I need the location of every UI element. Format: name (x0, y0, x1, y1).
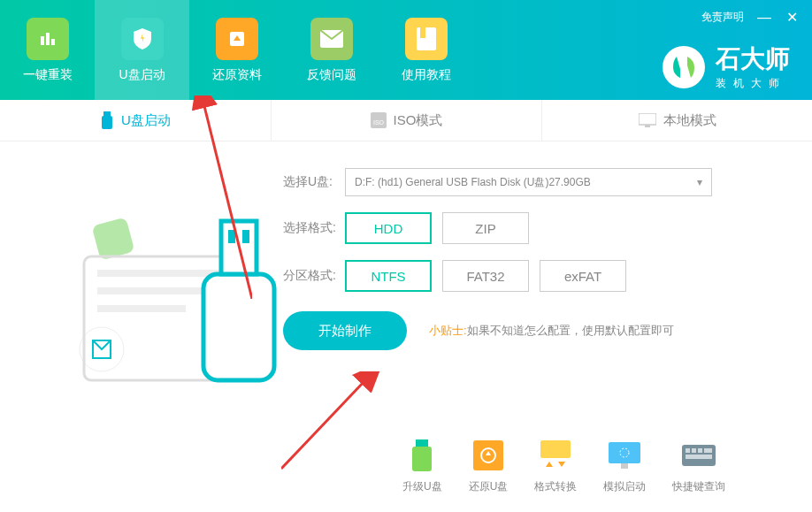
disclaimer-link[interactable]: 免责声明 (701, 10, 744, 25)
subnav-iso[interactable]: ISO ISO模式 (271, 100, 541, 141)
partition-option-exfat[interactable]: exFAT (540, 260, 626, 292)
tool-label: 还原U盘 (469, 479, 509, 494)
tool-format-convert[interactable]: 格式转换 (534, 439, 577, 494)
shield-icon (121, 18, 164, 60)
start-button[interactable]: 开始制作 (283, 311, 407, 350)
format-option-zip[interactable]: ZIP (442, 212, 529, 244)
tool-upgrade-usb[interactable]: 升级U盘 (402, 439, 442, 494)
usb-upgrade-icon (405, 439, 439, 472)
usb-select-label: 选择U盘: (283, 174, 345, 190)
svg-rect-8 (102, 116, 112, 129)
nav-reinstall[interactable]: 一键重装 (0, 0, 95, 100)
nav-label: 反馈问题 (307, 67, 356, 83)
logo-subtitle: 装机大师 (716, 76, 790, 91)
tool-label: 格式转换 (534, 479, 577, 494)
partition-option-fat32[interactable]: FAT32 (442, 260, 529, 292)
nav-tutorial[interactable]: 使用教程 (379, 0, 473, 100)
nav-usb-boot[interactable]: U盘启动 (95, 0, 189, 100)
nav-feedback[interactable]: 反馈问题 (284, 0, 379, 100)
nav-label: U盘启动 (119, 67, 165, 83)
tool-label: 快捷键查询 (672, 479, 725, 494)
svg-rect-12 (645, 125, 650, 127)
svg-rect-35 (704, 448, 712, 453)
format-option-hdd[interactable]: HDD (345, 212, 432, 244)
monitor-boot-icon (608, 439, 641, 472)
svg-text:ISO: ISO (373, 119, 385, 126)
logo-icon (663, 46, 705, 88)
usb-icon (100, 111, 114, 129)
svg-rect-0 (41, 36, 44, 45)
brand-logo: 石大师 装机大师 (663, 42, 790, 91)
svg-rect-34 (698, 448, 702, 453)
usb-select-dropdown[interactable]: D:F: (hd1) General USB Flash Disk (U盘)27… (345, 168, 712, 196)
svg-rect-30 (621, 463, 628, 469)
tip-text: 如果不知道怎么配置，使用默认配置即可 (467, 324, 674, 337)
svg-rect-19 (203, 274, 274, 380)
svg-rect-22 (242, 230, 249, 243)
upload-icon (216, 18, 258, 60)
svg-rect-7 (103, 111, 111, 116)
svg-rect-20 (221, 221, 257, 274)
svg-rect-5 (417, 27, 436, 50)
svg-rect-24 (412, 447, 432, 471)
svg-rect-23 (416, 439, 428, 447)
svg-rect-28 (609, 442, 640, 463)
svg-rect-18 (97, 305, 186, 312)
minimize-button[interactable]: — (757, 10, 771, 26)
tool-label: 升级U盘 (402, 479, 442, 494)
bar-chart-icon (27, 18, 69, 60)
svg-rect-14 (92, 218, 135, 261)
subnav-label: ISO模式 (394, 112, 443, 129)
tool-shortcut-query[interactable]: 快捷键查询 (672, 439, 725, 494)
keyboard-icon (682, 439, 716, 472)
svg-rect-11 (639, 113, 656, 125)
dropdown-value: D:F: (hd1) General USB Flash Disk (U盘)27… (355, 175, 591, 190)
nav-label: 还原资料 (212, 67, 262, 83)
svg-rect-36 (686, 455, 712, 459)
svg-rect-6 (420, 27, 425, 38)
nav-restore[interactable]: 还原资料 (189, 0, 284, 100)
partition-label: 分区格式: (283, 268, 345, 284)
svg-rect-32 (686, 448, 690, 453)
subnav-label: U盘启动 (121, 112, 171, 129)
iso-icon: ISO (371, 112, 387, 128)
book-icon (405, 18, 448, 60)
partition-option-ntfs[interactable]: NTFS (345, 260, 432, 292)
convert-icon (539, 439, 572, 472)
nav-label: 一键重装 (23, 67, 73, 83)
monitor-icon (639, 113, 656, 127)
subnav-local[interactable]: 本地模式 (541, 100, 812, 141)
svg-rect-1 (46, 33, 50, 45)
illustration (0, 168, 283, 512)
tool-label: 模拟启动 (603, 479, 646, 494)
tip-label: 小贴士: (429, 324, 467, 337)
format-label: 选择格式: (283, 220, 345, 236)
svg-rect-2 (51, 39, 55, 45)
svg-rect-21 (228, 230, 235, 243)
svg-rect-27 (540, 440, 571, 458)
subnav-usb-boot[interactable]: U盘启动 (0, 100, 271, 141)
tool-restore-usb[interactable]: 还原U盘 (469, 439, 509, 494)
svg-rect-33 (692, 448, 696, 453)
tool-simulate-boot[interactable]: 模拟启动 (603, 439, 646, 494)
close-button[interactable]: ✕ (785, 9, 799, 26)
mail-icon (310, 18, 353, 60)
subnav-label: 本地模式 (663, 112, 716, 129)
nav-label: 使用教程 (402, 67, 451, 83)
chevron-down-icon: ▾ (697, 176, 702, 188)
restore-icon (471, 439, 505, 472)
logo-title: 石大师 (716, 42, 790, 76)
